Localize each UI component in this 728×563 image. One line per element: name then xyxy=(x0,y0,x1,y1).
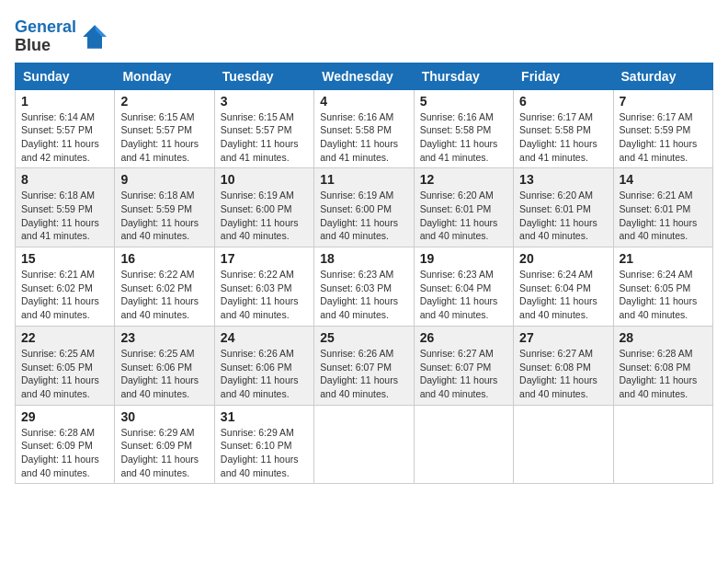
day-number: 1 xyxy=(21,94,108,109)
day-info: Sunrise: 6:16 AMSunset: 5:58 PMDaylight:… xyxy=(420,110,507,165)
calendar-cell xyxy=(514,405,613,484)
calendar-cell: 25Sunrise: 6:26 AMSunset: 6:07 PMDayligh… xyxy=(314,326,414,405)
day-info: Sunrise: 6:23 AMSunset: 6:04 PMDaylight:… xyxy=(420,268,507,322)
day-info: Sunrise: 6:20 AMSunset: 6:01 PMDaylight:… xyxy=(519,189,607,243)
day-number: 19 xyxy=(420,251,507,266)
day-number: 21 xyxy=(620,251,707,266)
day-info: Sunrise: 6:14 AMSunset: 5:57 PMDaylight:… xyxy=(21,110,108,165)
day-number: 5 xyxy=(420,94,507,109)
calendar-cell: 26Sunrise: 6:27 AMSunset: 6:07 PMDayligh… xyxy=(414,326,513,405)
day-info: Sunrise: 6:19 AMSunset: 6:00 PMDaylight:… xyxy=(221,189,308,243)
calendar-cell xyxy=(314,405,414,484)
day-number: 31 xyxy=(221,409,308,424)
weekday-header-thursday: Thursday xyxy=(414,63,513,89)
logo-icon xyxy=(80,22,109,52)
day-info: Sunrise: 6:27 AMSunset: 6:08 PMDaylight:… xyxy=(519,347,607,401)
calendar-cell: 11Sunrise: 6:19 AMSunset: 6:00 PMDayligh… xyxy=(314,168,414,247)
day-info: Sunrise: 6:28 AMSunset: 6:08 PMDaylight:… xyxy=(620,347,707,401)
day-info: Sunrise: 6:21 AMSunset: 6:02 PMDaylight:… xyxy=(21,268,108,322)
day-number: 11 xyxy=(320,172,407,187)
calendar-cell: 7Sunrise: 6:17 AMSunset: 5:59 PMDaylight… xyxy=(613,89,712,168)
weekday-header-row: SundayMondayTuesdayWednesdayThursdayFrid… xyxy=(16,63,713,89)
calendar-cell: 14Sunrise: 6:21 AMSunset: 6:01 PMDayligh… xyxy=(613,168,712,247)
day-number: 29 xyxy=(21,409,108,424)
calendar-cell: 27Sunrise: 6:27 AMSunset: 6:08 PMDayligh… xyxy=(514,326,613,405)
day-info: Sunrise: 6:24 AMSunset: 6:04 PMDaylight:… xyxy=(519,268,607,322)
day-info: Sunrise: 6:17 AMSunset: 5:58 PMDaylight:… xyxy=(519,110,607,165)
calendar-cell: 2Sunrise: 6:15 AMSunset: 5:57 PMDaylight… xyxy=(115,89,214,168)
calendar-cell: 12Sunrise: 6:20 AMSunset: 6:01 PMDayligh… xyxy=(414,168,513,247)
calendar-cell: 31Sunrise: 6:29 AMSunset: 6:10 PMDayligh… xyxy=(214,405,313,484)
day-number: 18 xyxy=(320,251,407,266)
day-number: 22 xyxy=(21,330,108,345)
day-info: Sunrise: 6:25 AMSunset: 6:05 PMDaylight:… xyxy=(21,347,108,401)
page-header: General Blue xyxy=(15,15,713,55)
day-number: 14 xyxy=(620,172,707,187)
calendar-cell: 3Sunrise: 6:15 AMSunset: 5:57 PMDaylight… xyxy=(214,89,313,168)
day-info: Sunrise: 6:21 AMSunset: 6:01 PMDaylight:… xyxy=(620,189,707,243)
day-info: Sunrise: 6:26 AMSunset: 6:07 PMDaylight:… xyxy=(320,347,407,401)
calendar-cell: 15Sunrise: 6:21 AMSunset: 6:02 PMDayligh… xyxy=(16,247,115,327)
day-number: 9 xyxy=(120,172,208,187)
day-number: 23 xyxy=(120,330,208,345)
calendar-cell xyxy=(613,405,712,484)
logo: General Blue xyxy=(15,18,109,55)
weekday-header-tuesday: Tuesday xyxy=(214,63,313,89)
day-number: 28 xyxy=(620,330,707,345)
day-info: Sunrise: 6:27 AMSunset: 6:07 PMDaylight:… xyxy=(420,347,507,401)
calendar-cell: 28Sunrise: 6:28 AMSunset: 6:08 PMDayligh… xyxy=(613,326,712,405)
calendar-cell: 5Sunrise: 6:16 AMSunset: 5:58 PMDaylight… xyxy=(414,89,513,168)
day-number: 15 xyxy=(21,251,108,266)
calendar-week-row: 8Sunrise: 6:18 AMSunset: 5:59 PMDaylight… xyxy=(16,168,713,247)
calendar-cell: 18Sunrise: 6:23 AMSunset: 6:03 PMDayligh… xyxy=(314,247,414,327)
day-number: 25 xyxy=(320,330,407,345)
calendar-week-row: 1Sunrise: 6:14 AMSunset: 5:57 PMDaylight… xyxy=(16,89,713,168)
calendar-cell: 8Sunrise: 6:18 AMSunset: 5:59 PMDaylight… xyxy=(16,168,115,247)
day-info: Sunrise: 6:16 AMSunset: 5:58 PMDaylight:… xyxy=(320,110,407,165)
day-number: 16 xyxy=(120,251,208,266)
day-number: 20 xyxy=(519,251,607,266)
calendar-cell: 10Sunrise: 6:19 AMSunset: 6:00 PMDayligh… xyxy=(214,168,313,247)
day-info: Sunrise: 6:22 AMSunset: 6:03 PMDaylight:… xyxy=(221,268,308,322)
day-info: Sunrise: 6:28 AMSunset: 6:09 PMDaylight:… xyxy=(21,426,108,480)
calendar-cell xyxy=(414,405,513,484)
calendar-cell: 23Sunrise: 6:25 AMSunset: 6:06 PMDayligh… xyxy=(115,326,214,405)
calendar-cell: 13Sunrise: 6:20 AMSunset: 6:01 PMDayligh… xyxy=(514,168,613,247)
calendar-cell: 19Sunrise: 6:23 AMSunset: 6:04 PMDayligh… xyxy=(414,247,513,327)
day-number: 13 xyxy=(519,172,607,187)
day-number: 7 xyxy=(620,94,707,109)
calendar-cell: 21Sunrise: 6:24 AMSunset: 6:05 PMDayligh… xyxy=(613,247,712,327)
day-info: Sunrise: 6:17 AMSunset: 5:59 PMDaylight:… xyxy=(620,110,707,165)
calendar-cell: 24Sunrise: 6:26 AMSunset: 6:06 PMDayligh… xyxy=(214,326,313,405)
calendar-cell: 17Sunrise: 6:22 AMSunset: 6:03 PMDayligh… xyxy=(214,247,313,327)
day-info: Sunrise: 6:29 AMSunset: 6:09 PMDaylight:… xyxy=(120,426,208,480)
day-number: 4 xyxy=(320,94,407,109)
day-number: 8 xyxy=(21,172,108,187)
calendar-cell: 6Sunrise: 6:17 AMSunset: 5:58 PMDaylight… xyxy=(514,89,613,168)
weekday-header-wednesday: Wednesday xyxy=(314,63,414,89)
day-info: Sunrise: 6:29 AMSunset: 6:10 PMDaylight:… xyxy=(221,426,308,480)
calendar-table: SundayMondayTuesdayWednesdayThursdayFrid… xyxy=(15,63,713,485)
day-info: Sunrise: 6:18 AMSunset: 5:59 PMDaylight:… xyxy=(21,189,108,243)
day-number: 17 xyxy=(221,251,308,266)
day-info: Sunrise: 6:20 AMSunset: 6:01 PMDaylight:… xyxy=(420,189,507,243)
calendar-cell: 29Sunrise: 6:28 AMSunset: 6:09 PMDayligh… xyxy=(16,405,115,484)
day-info: Sunrise: 6:24 AMSunset: 6:05 PMDaylight:… xyxy=(620,268,707,322)
calendar-cell: 4Sunrise: 6:16 AMSunset: 5:58 PMDaylight… xyxy=(314,89,414,168)
day-number: 27 xyxy=(519,330,607,345)
calendar-cell: 16Sunrise: 6:22 AMSunset: 6:02 PMDayligh… xyxy=(115,247,214,327)
day-number: 3 xyxy=(221,94,308,109)
logo-text: General Blue xyxy=(15,18,76,55)
day-info: Sunrise: 6:15 AMSunset: 5:57 PMDaylight:… xyxy=(120,110,208,165)
day-number: 24 xyxy=(221,330,308,345)
day-info: Sunrise: 6:19 AMSunset: 6:00 PMDaylight:… xyxy=(320,189,407,243)
day-number: 12 xyxy=(420,172,507,187)
day-info: Sunrise: 6:22 AMSunset: 6:02 PMDaylight:… xyxy=(120,268,208,322)
weekday-header-saturday: Saturday xyxy=(613,63,712,89)
day-info: Sunrise: 6:15 AMSunset: 5:57 PMDaylight:… xyxy=(221,110,308,165)
calendar-cell: 9Sunrise: 6:18 AMSunset: 5:59 PMDaylight… xyxy=(115,168,214,247)
weekday-header-monday: Monday xyxy=(115,63,214,89)
weekday-header-friday: Friday xyxy=(514,63,613,89)
calendar-cell: 20Sunrise: 6:24 AMSunset: 6:04 PMDayligh… xyxy=(514,247,613,327)
calendar-cell: 1Sunrise: 6:14 AMSunset: 5:57 PMDaylight… xyxy=(16,89,115,168)
